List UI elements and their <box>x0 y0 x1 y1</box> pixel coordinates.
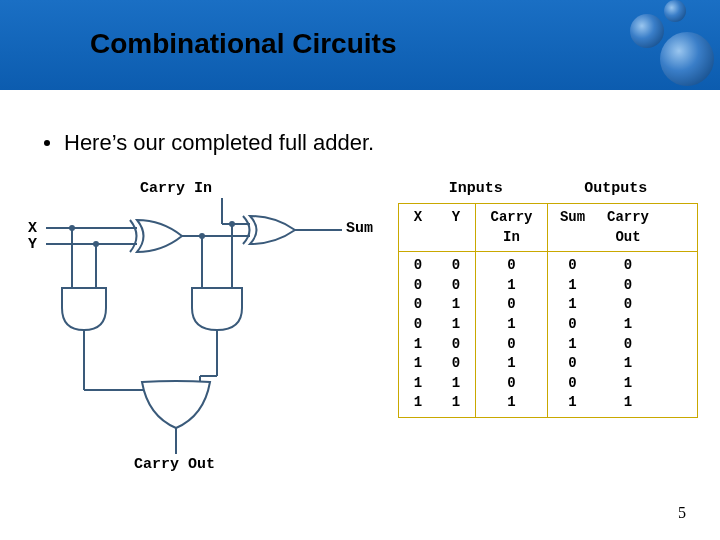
col-x-head: X <box>399 204 437 251</box>
col-y-head: Y <box>437 204 475 251</box>
label-x: X <box>28 220 37 237</box>
and-gate-icon <box>192 288 242 330</box>
label-carry-out: Carry Out <box>134 456 215 473</box>
content-area: Carry In X Y Sum Carry Out <box>22 180 698 480</box>
truth-table: X Y Carry In Sum Carry Out 00001111 0011… <box>398 203 698 418</box>
bullet-dot-icon <box>44 140 50 146</box>
bullet-text: Here’s our completed full adder. <box>64 130 374 156</box>
outputs-label: Outputs <box>584 180 647 197</box>
col-cout-head: Carry Out <box>597 204 659 251</box>
label-y: Y <box>28 236 37 253</box>
bullet-line: Here’s our completed full adder. <box>44 130 374 156</box>
circuit-diagram: Carry In X Y Sum Carry Out <box>22 180 392 480</box>
page-number: 5 <box>678 504 686 522</box>
truth-header-row: Inputs Outputs <box>398 180 698 203</box>
truth-table-block: Inputs Outputs X Y Carry In Sum Carry Ou… <box>398 180 698 480</box>
and-gate-icon <box>62 288 106 330</box>
col-cin-head: Carry In <box>475 204 547 251</box>
label-sum: Sum <box>346 220 373 237</box>
circuit-svg <box>22 180 392 480</box>
label-carry-in: Carry In <box>140 180 212 197</box>
col-sum-head: Sum <box>547 204 597 251</box>
inputs-label: Inputs <box>449 180 503 197</box>
or-gate-icon <box>142 381 210 428</box>
xor-gate-icon <box>130 220 182 252</box>
xor-gate-icon <box>243 216 295 244</box>
slide-title: Combinational Circuits <box>90 28 396 60</box>
decorative-bubbles <box>580 0 720 90</box>
slide-header: Combinational Circuits <box>0 0 720 90</box>
